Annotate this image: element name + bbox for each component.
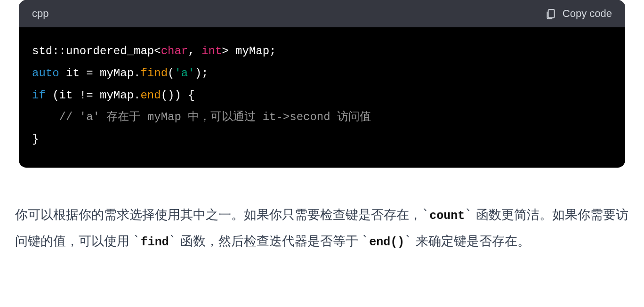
code-token: ); [195,67,209,80]
explanation-text: 函数，然后检查迭代器是否等于 [177,234,362,248]
svg-rect-0 [548,9,554,17]
clipboard-icon [545,8,557,20]
code-indent [32,111,59,123]
code-token: , [188,45,201,57]
code-token-type: char [161,45,188,57]
explanation-text: 你可以根据你的需求选择使用其中之一。如果你只需要检查键是否存在， [15,208,422,222]
backtick: ` [169,234,177,248]
code-block: cpp Copy code std::unordered_map<char, i… [19,0,625,168]
backtick: ` [465,207,472,222]
code-token: ( [168,67,174,80]
code-token-string: 'a' [174,67,194,80]
code-token: (it != myMap. [46,89,141,102]
explanation-text: 来确定键是否存在。 [412,234,531,248]
code-token: it = myMap. [59,67,141,80]
explanation-paragraph: 你可以根据你的需求选择使用其中之一。如果你只需要检查键是否存在，`count` … [13,202,631,255]
code-language-label: cpp [32,8,48,20]
backtick: ` [362,234,369,248]
code-header: cpp Copy code [19,0,625,27]
inline-code-end: end() [369,235,404,249]
code-token: > myMap; [222,45,276,57]
backtick: ` [404,234,412,248]
backtick: ` [422,207,429,222]
code-token-method: find [140,67,168,80]
copy-code-button[interactable]: Copy code [545,8,612,20]
code-content: std::unordered_map<char, int> myMap; aut… [19,27,625,168]
copy-code-label: Copy code [563,8,612,20]
code-token-keyword: if [32,89,46,102]
code-token-method: end [140,89,161,102]
code-token-keyword: auto [32,67,59,80]
code-token-type: int [201,45,222,57]
code-token: } [32,133,39,145]
inline-code-find: find [141,235,169,249]
code-token: ()) { [161,89,195,102]
backtick: ` [133,234,141,248]
code-token-comment: // 'a' 存在于 myMap 中，可以通过 it->second 访问值 [59,111,371,123]
code-token: std::unordered_map< [32,45,161,57]
inline-code-count: count [429,209,465,223]
